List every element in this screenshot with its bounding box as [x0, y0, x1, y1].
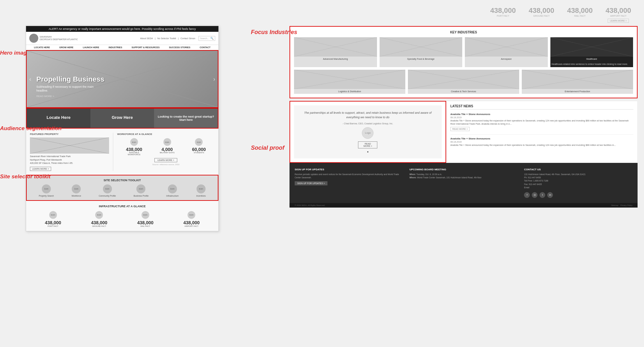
workforce-stat-3: icon 60,000 STUDENTS [192, 138, 206, 156]
nav-grow[interactable]: GROW HERE [59, 46, 73, 49]
top-stat-number-rail: 438,000 [567, 6, 593, 15]
top-stats-bar: 438,000 PORT FACT 438,000 GROUND FACT 43… [251, 3, 638, 26]
nav-top-link-1[interactable]: About SEDA [140, 37, 153, 40]
toolkit-item-infra[interactable]: icon Infrastructure [166, 184, 179, 197]
social-proof-section: The partnerships at all levels to suppor… [290, 101, 446, 163]
hero-section: ‹ › Propelling Business Subheading if ne… [26, 50, 218, 108]
industry-label-entertainment: Entertainment Production [522, 89, 633, 94]
locate-here-button[interactable]: Locate Here [27, 109, 90, 128]
nav-search[interactable]: Search... 🔍 [198, 36, 215, 41]
industry-img-entertainment [522, 70, 633, 89]
top-stat-label-airport: AIRPORT FACT [605, 15, 631, 17]
industry-logistics[interactable]: Logistics & Distribution [294, 70, 405, 94]
footer-privacy[interactable]: Privacy Policy [621, 204, 632, 206]
industry-img-aerospace [465, 37, 548, 57]
infra-icon-airport: icon [188, 211, 195, 219]
nav-top-link-3[interactable]: Contact Simon [180, 37, 195, 40]
hero-cta[interactable]: READ MORE > [36, 95, 105, 98]
annotation-focus: Focus Industries [251, 29, 297, 36]
grow-here-button[interactable]: Grow Here [90, 109, 154, 128]
news-divider [450, 134, 633, 135]
social-icon-facebook[interactable]: f [524, 192, 530, 198]
search-input[interactable]: Search... [200, 37, 209, 40]
testimonial-read-more[interactable]: READ MORE > [358, 141, 377, 148]
news-title: LATEST NEWS [450, 104, 633, 110]
footer-board-where: Where: World Trade Center Savannah, 101 … [409, 176, 518, 179]
industry-entertainment[interactable]: Entertainment Production [522, 70, 633, 94]
workforce-label: WORKFORCE AT A GLANCE [117, 133, 215, 136]
industry-food-bev[interactable]: Specialty Food & Beverage [380, 37, 463, 67]
footer-board: UPCOMING BOARD MEETING When: Tuesday, Oc… [409, 168, 518, 198]
nav-support[interactable]: SUPPORT & RESOURCES [132, 46, 160, 49]
toolkit-label-property: Property Search [39, 195, 54, 197]
footer-board-when: When: Tuesday, Oct. 8, 10:30 a.m. [409, 173, 518, 176]
logo-name: Savannah [40, 36, 78, 38]
stat-icon-3: icon [195, 138, 203, 146]
workforce-learn-more[interactable]: LEARN MORE + [154, 158, 177, 162]
nav-success[interactable]: SUCCESS STORIES [169, 46, 190, 49]
property-image [30, 138, 109, 154]
annotation-social: Social proof [251, 145, 284, 151]
infra-number-ground: 438,000 [91, 220, 107, 225]
infra-label-port: PORT FACT [45, 225, 61, 227]
industry-overlay-healthcare: Healthcare-related intro sentence to ent… [550, 61, 633, 67]
industry-label-tech: Creative & Tech Services [408, 89, 519, 94]
industry-advanced-mfg[interactable]: Advanced Manufacturing [294, 37, 377, 67]
stat-number-2: 4,000 [160, 147, 175, 152]
featured-property: FEATURED PROPERTY Savannah River Interna… [30, 133, 113, 171]
industry-img-food-bev [380, 37, 463, 57]
footer-sitemap[interactable]: Sitemap [611, 204, 618, 206]
learn-more-top[interactable]: LEARN MORE > [608, 19, 629, 23]
toolkit-item-business[interactable]: icon Business Profile [133, 184, 149, 197]
infra-label-rail: RAIL FACT [137, 225, 153, 227]
property-learn-more[interactable]: LEARN MORE > [30, 167, 51, 171]
nav-contact[interactable]: CONTACT [200, 46, 211, 49]
toolkit-item-community[interactable]: icon Community Profile [99, 184, 116, 197]
social-icon-instagram[interactable]: ◎ [532, 192, 538, 198]
toolkit-item-property[interactable]: icon Property Search [39, 184, 54, 197]
launch-here-button[interactable]: Looking to create the next great startup… [154, 109, 218, 128]
nav-launch[interactable]: LAUNCH HERE [83, 46, 99, 49]
footer-board-when-label: When: [409, 173, 416, 175]
industry-tech[interactable]: Creative & Tech Services [408, 70, 519, 94]
footer-board-when-val: Tuesday, Oct. 8, 10:30 a.m. [416, 173, 442, 175]
industry-label-adv-mfg: Advanced Manufacturing [294, 57, 377, 61]
hero-next-arrow[interactable]: › [213, 76, 215, 83]
news-item-1-title: Anatolia Tile + Stone Announces [450, 113, 633, 116]
infra-label-airport: AIRPORT FACT [183, 225, 200, 227]
toolkit-item-workforce[interactable]: icon Workforce [72, 184, 81, 197]
industry-img-logistics [294, 70, 405, 89]
industry-healthcare[interactable]: Healthcare Healthcare-related intro sent… [550, 37, 633, 67]
footer-board-where-val: World Trade Center Savannah, 101 Hutchin… [417, 176, 482, 179]
news-item-1-body: Anatolia Tile + Stone announced today th… [450, 119, 633, 126]
infra-stat-rail: icon 438,000 RAIL FACT [137, 211, 153, 227]
testimonial-area: The partnerships at all levels to suppor… [294, 105, 442, 158]
nav-industries[interactable]: INDUSTRIES [108, 46, 122, 49]
top-stat-label-port: PORT FACT [490, 15, 516, 17]
main-nav: LOCATE HERE GROW HERE LAUNCH HERE INDUST… [26, 45, 218, 50]
toolkit-item-incentives[interactable]: icon Incentives [196, 184, 206, 197]
footer-board-title: UPCOMING BOARD MEETING [409, 168, 518, 171]
footer-signup: SIGN UP FOR UPDATES Receive periodic upd… [295, 168, 403, 198]
toolkit-icon-business: icon [136, 184, 145, 193]
footer-bottom: © 2019 SEDA, All Rights Reserved. Sitema… [290, 203, 638, 208]
footer-signup-btn[interactable]: SIGN UP FOR UPDATES > [295, 181, 327, 185]
hero-prev-arrow[interactable]: ‹ [29, 76, 31, 83]
search-icon[interactable]: 🔍 [210, 37, 214, 40]
workforce-glance: WORKFORCE AT A GLANCE icon 438,000 AVAIL… [113, 133, 215, 171]
social-icon-linkedin[interactable]: in [547, 192, 553, 198]
news-item-1-cta[interactable]: READ MORE > [450, 127, 470, 131]
footer-contact-email[interactable]: Email [524, 186, 632, 189]
footer-section: SIGN UP FOR UPDATES Receive periodic upd… [290, 163, 638, 203]
industry-label-logistics: Logistics & Distribution [294, 89, 405, 94]
toolkit-label-business: Business Profile [133, 195, 149, 197]
social-icon-twitter[interactable]: t [539, 192, 545, 198]
toolkit-label-workforce: Workforce [72, 195, 81, 197]
toolkit-label-community: Community Profile [99, 195, 116, 197]
infra-number-airport: 438,000 [183, 220, 200, 225]
footer-contact-phone: Ph: 912-447-8450 [524, 176, 632, 179]
industry-aerospace[interactable]: Aerospace [465, 37, 548, 67]
nav-top-link-2[interactable]: No Selector Toolkit [157, 37, 176, 40]
news-item-1: Anatolia Tile + Stone Announces 08.18.20… [450, 113, 633, 131]
nav-locate[interactable]: LOCATE HERE [34, 46, 50, 49]
